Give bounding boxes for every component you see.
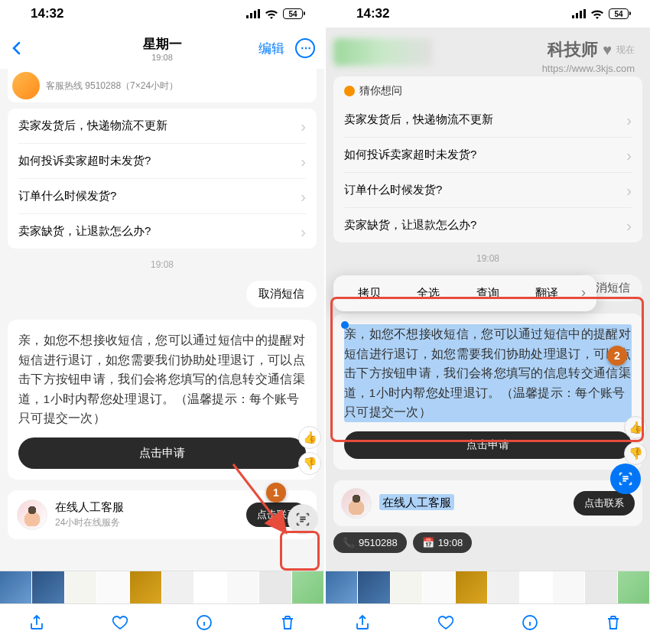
phone-chip[interactable]: 📞9510288 <box>333 532 407 553</box>
svg-rect-9 <box>583 9 586 18</box>
annotation-highlight-box <box>330 297 644 442</box>
faq-item[interactable]: 卖家缺货，让退款怎么办? <box>18 214 306 249</box>
screenshot-thumbnails[interactable] <box>0 571 324 604</box>
faq-header: 猜你想问 <box>344 76 632 102</box>
svg-rect-2 <box>254 11 256 18</box>
faq-item[interactable]: 如何投诉卖家超时未发货? <box>18 144 306 179</box>
thumbs-down-icon[interactable]: 👎 <box>624 442 647 465</box>
back-icon[interactable] <box>9 41 24 56</box>
annotation-arrow <box>229 460 298 545</box>
agent-avatar <box>17 499 47 530</box>
agent-avatar <box>341 488 372 519</box>
status-indicators: 54 <box>246 8 303 19</box>
bottom-toolbar <box>326 604 650 644</box>
trash-icon[interactable] <box>278 613 297 635</box>
faq-item[interactable]: 如何投诉卖家超时未发货? <box>344 138 632 173</box>
thumbs-down-icon[interactable]: 👎 <box>298 452 321 475</box>
share-icon[interactable] <box>353 613 372 635</box>
faq-item[interactable]: 卖家缺货，让退款怎么办? <box>344 208 632 242</box>
svg-rect-0 <box>246 15 249 18</box>
nav-title: 星期一 19:08 <box>143 35 182 62</box>
trash-icon[interactable] <box>604 613 622 635</box>
svg-rect-7 <box>576 13 578 18</box>
edit-button[interactable]: 编辑 <box>258 40 284 57</box>
screenshot-thumbnails[interactable] <box>326 571 650 604</box>
share-icon[interactable] <box>28 613 46 635</box>
hotline-avatar <box>12 72 40 99</box>
heart-icon[interactable] <box>437 613 455 635</box>
time-chip[interactable]: 📅19:08 <box>413 532 473 553</box>
status-bar: 14:32 54 <box>326 0 650 28</box>
agent-card: 在线人工客服 点击联系 <box>333 480 642 526</box>
info-icon[interactable] <box>195 613 213 635</box>
faq-item[interactable]: 订单什么时候发货? <box>344 173 632 208</box>
faq-item[interactable]: 卖家发货后，快递物流不更新 <box>344 102 632 138</box>
heart-icon: ♥ <box>603 41 612 59</box>
faq-card: 卖家发货后，快递物流不更新 如何投诉卖家超时未发货? 订单什么时候发货? 卖家缺… <box>8 109 317 249</box>
hotline-banner: 客服热线 9510288（7×24小时） <box>8 69 317 102</box>
svg-rect-6 <box>572 15 574 18</box>
message-card: 亲，如您不想接收短信，您可以通过短信中的提醒对短信进行退订，如您需要我们协助处理… <box>8 320 317 480</box>
svg-rect-1 <box>250 13 252 18</box>
status-time: 14:32 <box>356 6 389 21</box>
signal-icon <box>572 9 586 18</box>
faq-item[interactable]: 订单什么时候发货? <box>18 179 306 214</box>
watermark: 科技师 ♥ 现在 https://www.3kjs.com <box>542 38 635 74</box>
battery-icon: 54 <box>609 8 629 19</box>
detected-chips: 📞9510288 📅19:08 <box>333 532 642 553</box>
message-timestamp: 19:08 <box>333 253 642 264</box>
live-text-scan-button-active[interactable] <box>610 463 641 494</box>
agent-subtitle: 24小时在线服务 <box>55 516 239 529</box>
cancel-sms-bubble[interactable]: 取消短信 <box>246 281 317 307</box>
svg-line-5 <box>233 464 284 531</box>
signal-icon <box>246 9 260 18</box>
redacted-area <box>333 38 433 66</box>
wifi-icon <box>265 9 278 19</box>
message-text: 亲，如您不想接收短信，您可以通过短信中的提醒对短信进行退订，如您需要我们协助处理… <box>18 330 306 428</box>
wifi-icon <box>590 9 604 19</box>
navigation-bar: 星期一 19:08 编辑 ⋯ <box>0 28 324 69</box>
info-icon[interactable] <box>521 613 539 635</box>
phone-icon: 📞 <box>343 537 355 548</box>
phone-left: 14:32 54 星期一 19:08 编辑 ⋯ 客服热线 9510288（7×2… <box>0 0 324 644</box>
agent-title: 在线人工客服 <box>55 500 239 515</box>
faq-item[interactable]: 卖家发货后，快递物流不更新 <box>18 109 306 144</box>
status-bar: 14:32 54 <box>0 0 324 28</box>
svg-rect-3 <box>258 9 260 18</box>
agent-title: 在线人工客服 <box>379 496 566 510</box>
faq-card: 猜你想问 卖家发货后，快递物流不更新 如何投诉卖家超时未发货? 订单什么时候发货… <box>333 76 642 242</box>
bottom-toolbar <box>0 604 324 644</box>
status-time: 14:32 <box>31 6 63 21</box>
heart-icon[interactable] <box>111 613 129 635</box>
svg-rect-8 <box>580 11 582 18</box>
more-icon[interactable]: ⋯ <box>295 38 315 58</box>
annotation-badge-2: 2 <box>607 346 627 366</box>
phone-right: 14:32 54 科技师 ♥ 现在 https://www.3kjs.com 猜… <box>326 0 650 644</box>
message-timestamp: 19:08 <box>8 259 317 270</box>
battery-icon: 54 <box>283 8 303 19</box>
calendar-icon: 📅 <box>422 537 434 548</box>
contact-button[interactable]: 点击联系 <box>574 491 635 516</box>
status-indicators: 54 <box>572 8 629 19</box>
thumbs-up-icon[interactable]: 👍 <box>298 426 321 449</box>
